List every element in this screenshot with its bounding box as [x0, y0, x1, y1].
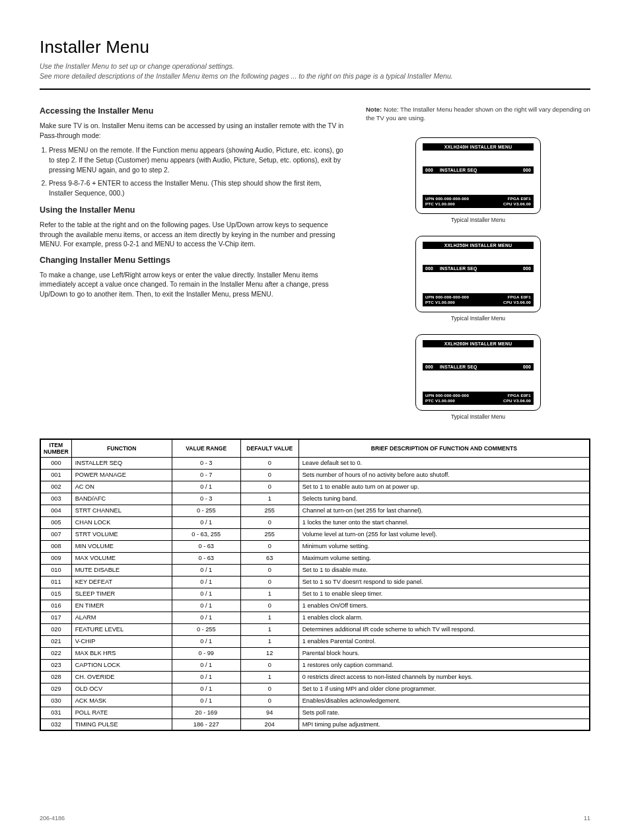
table-cell: 1 enables clock alarm.: [298, 612, 590, 623]
heading-accessing: Accessing the Installer Menu: [40, 106, 346, 118]
table-cell: 0: [240, 469, 298, 481]
table-row: 030ACK MASK0 / 10Enables/disables acknow…: [40, 695, 590, 707]
panel-2-title: XXLH250H INSTALLER MENU: [423, 242, 534, 249]
panel-3-cpu: CPU V3.06.00: [503, 398, 531, 403]
table-cell: 0 / 1: [172, 659, 240, 671]
table-cell: 0 - 63, 255: [172, 528, 240, 540]
th-value-range: VALUE RANGE: [172, 439, 240, 458]
table-cell: 1: [240, 588, 298, 600]
table-cell: FEATURE LEVEL: [71, 623, 172, 635]
table-cell: Selects tuning band.: [298, 493, 590, 505]
panel-2-upn: UPN 000-000-000-000: [425, 295, 469, 300]
table-cell: Enables/disables acknowledgement.: [298, 695, 590, 707]
panel-1-upn: UPN 000-000-000-000: [425, 196, 469, 201]
table-cell: 004: [40, 505, 71, 516]
table-row: 020FEATURE LEVEL0 - 2551Determines addit…: [40, 623, 590, 635]
footer-right: 11: [584, 815, 590, 822]
table-cell: 032: [40, 718, 71, 730]
panel-2-wrap: XXLH250H INSTALLER MENU 000 INSTALLER SE…: [415, 236, 541, 322]
table-cell: Parental block hours.: [298, 647, 590, 659]
table-cell: 029: [40, 683, 71, 695]
page-subtitle: Use the Installer Menu to set up or chan…: [40, 61, 590, 81]
table-cell: 008: [40, 540, 71, 552]
table-cell: Channel at turn-on (set 255 for last cha…: [298, 505, 590, 516]
table-cell: 003: [40, 493, 71, 505]
panel-2-seq-row: 000 INSTALLER SEQ 000: [423, 265, 534, 272]
table-cell: Sets poll rate.: [298, 707, 590, 718]
subtitle-line-b: See more detailed descriptions of the In…: [40, 72, 453, 80]
table-cell: Sets number of hours of no activity befo…: [298, 469, 590, 481]
table-cell: 009: [40, 552, 71, 564]
table-cell: MAX VOLUME: [71, 552, 172, 564]
table-header-row: ITEM NUMBER FUNCTION VALUE RANGE DEFAULT…: [40, 439, 590, 458]
table-row: 028CH. OVERIDE0 / 110 restricts direct a…: [40, 671, 590, 683]
table-cell: Set to 1 if using MPI and older clone pr…: [298, 683, 590, 695]
table-cell: 0: [240, 540, 298, 552]
step-1: Press MENU on the remote. If the Functio…: [49, 146, 346, 175]
table-cell: CHAN LOCK: [71, 516, 172, 528]
panel-1-wrap: XXLH240H INSTALLER MENU 000 INSTALLER SE…: [415, 137, 541, 224]
table-row: 001POWER MANAGE0 - 70Sets number of hour…: [40, 469, 590, 481]
page-title: Installer Menu: [40, 37, 590, 57]
table-cell: 021: [40, 635, 71, 647]
panel-1-title: XXLH240H INSTALLER MENU: [423, 143, 534, 151]
table-row: 003BAND/AFC0 - 31Selects tuning band.: [40, 493, 590, 505]
table-cell: 204: [240, 718, 298, 730]
table-cell: 1 enables On/Off timers.: [298, 600, 590, 612]
installer-panel-2: XXLH250H INSTALLER MENU 000 INSTALLER SE…: [415, 236, 541, 312]
table-cell: BAND/AFC: [71, 493, 172, 505]
table-cell: 0 restricts direct access to non-listed …: [298, 671, 590, 683]
table-row: 010MUTE DISABLE0 / 10Set to 1 to disable…: [40, 564, 590, 576]
table-cell: 0: [240, 564, 298, 576]
heading-changing: Changing Installer Menu Settings: [40, 255, 346, 267]
table-cell: 255: [240, 505, 298, 516]
table-cell: 000: [40, 457, 71, 469]
panel-1-seq-val: 000: [516, 168, 531, 172]
table-cell: 020: [40, 623, 71, 635]
table-cell: 0: [240, 576, 298, 588]
table-cell: 20 - 169: [172, 707, 240, 718]
table-row: 021V-CHIP0 / 111 enables Parental Contro…: [40, 635, 590, 647]
panel-3-title: XXLH260H INSTALLER MENU: [423, 340, 534, 347]
table-cell: 022: [40, 647, 71, 659]
table-cell: 0 / 1: [172, 695, 240, 707]
right-note: Note: Note: The Installer Menu header sh…: [366, 106, 590, 123]
panel-1-seq-num: 000: [425, 168, 437, 172]
table-cell: 94: [240, 707, 298, 718]
table-cell: 0: [240, 457, 298, 469]
panel-1-footer: UPN 000-000-000-000FPGA E0F1 PTC V1.00.0…: [423, 195, 534, 208]
table-cell: ALARM: [71, 612, 172, 623]
table-cell: MPI timing pulse adjustment.: [298, 718, 590, 730]
panel-3-ptc: PTC V1.00.000: [425, 398, 455, 403]
table-cell: MAX BLK HRS: [71, 647, 172, 659]
table-cell: 0 / 1: [172, 612, 240, 623]
table-cell: 023: [40, 659, 71, 671]
th-item-number: ITEM NUMBER: [40, 439, 71, 458]
table-row: 007STRT VOLUME0 - 63, 255255Volume level…: [40, 528, 590, 540]
table-cell: 1 restores only caption command.: [298, 659, 590, 671]
table-cell: 0 / 1: [172, 600, 240, 612]
table-cell: 002: [40, 481, 71, 493]
table-row: 032TIMING PULSE186 - 227204MPI timing pu…: [40, 718, 590, 730]
th-default-value: DEFAULT VALUE: [240, 439, 298, 458]
table-cell: 028: [40, 671, 71, 683]
divider: [40, 88, 590, 90]
table-row: 009MAX VOLUME0 - 6363Maximum volume sett…: [40, 552, 590, 564]
table-cell: Set to 1 to disable mute.: [298, 564, 590, 576]
table-cell: 63: [240, 552, 298, 564]
table-cell: 0 - 255: [172, 505, 240, 516]
table-cell: Leave default set to 0.: [298, 457, 590, 469]
table-cell: V-CHIP: [71, 635, 172, 647]
panel-1-seq-row: 000 INSTALLER SEQ 000: [423, 166, 534, 174]
table-cell: Minimum volume setting.: [298, 540, 590, 552]
table-cell: OLD OCV: [71, 683, 172, 695]
table-cell: CAPTION LOCK: [71, 659, 172, 671]
table-cell: 0 / 1: [172, 683, 240, 695]
table-cell: 0: [240, 683, 298, 695]
table-row: 016EN TIMER0 / 101 enables On/Off timers…: [40, 600, 590, 612]
table-row: 002AC ON0 / 10Set to 1 to enable auto tu…: [40, 481, 590, 493]
panel-2-seq-num: 000: [425, 266, 437, 271]
table-row: 023CAPTION LOCK0 / 101 restores only cap…: [40, 659, 590, 671]
panel-3-caption: Typical Installer Menu: [451, 413, 505, 421]
table-cell: 1: [240, 635, 298, 647]
